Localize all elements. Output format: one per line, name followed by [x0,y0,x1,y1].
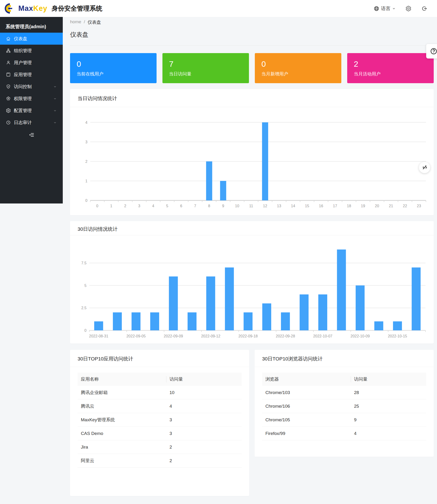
cell-value: 4 [166,404,242,409]
sidebar-item-label: 权限管理 [14,96,32,102]
x-axis-tick-label: 7 [194,204,196,208]
y-axis-tick-label: 2.5 [81,306,87,310]
table-row: Jira2 [78,440,242,454]
breadcrumb-home-link[interactable]: home [70,19,81,25]
x-axis-tick-label: 12 [263,204,267,208]
x-axis-tick-label: 18 [347,204,351,208]
cell-value: 2 [166,458,242,463]
column-header: 应用名称 [78,376,166,382]
table-row: Chrome/1059 [262,413,426,427]
x-axis-tick-label: 17 [333,204,337,208]
app-icon [6,72,11,77]
cell-value: 9 [351,417,426,422]
globe-icon [374,6,379,11]
y-axis-tick-label: 7.5 [81,261,87,265]
sidebar-item-permissions[interactable]: 权限管理 [0,93,63,105]
sidebar: 系统管理员(admin) 仪表盘组织管理用户管理应用管理访问控制权限管理配置管理… [0,17,63,204]
stat-value: 2 [354,59,427,69]
help-button[interactable] [426,44,437,58]
cell-name: Jira [78,445,166,450]
stat-label: 当月活动用户 [354,71,427,77]
column-header: 浏览器 [262,376,351,382]
sidebar-item-organization[interactable]: 组织管理 [0,45,63,57]
cell-name: 腾讯云 [78,403,166,409]
maxkey-logo-icon [4,2,16,15]
gear-icon [406,6,411,11]
permission-icon [6,96,11,101]
sidebar-item-audit[interactable]: 日志审计 [0,116,63,128]
sidebar-item-label: 访问控制 [14,84,32,90]
stat-card-new-users-month: 0当月新增用户 [255,53,341,83]
table-header-row: 应用名称访问量 [78,373,242,386]
y-axis-tick-label: 0 [84,329,87,332]
stat-label: 当月新增用户 [261,71,335,77]
shield-check-icon [6,84,11,89]
chevron-down-icon [53,97,57,100]
sidebar-item-label: 应用管理 [14,72,32,78]
clock-icon [6,120,11,125]
cell-value: 3 [166,431,242,436]
chart-title: 30日访问情况统计 [70,221,434,235]
permission-icon [6,96,11,101]
language-label: 语言 [381,5,390,12]
x-axis-tick-label: 2022-09-09 [164,334,183,338]
top-browsers-table-card: 30日TOP10浏览器访问统计 浏览器访问量Chrome/10328Chrome… [255,350,434,457]
x-axis-tick-label: 6 [180,204,182,208]
sidebar-item-access[interactable]: 访问控制 [0,81,63,93]
cell-name: CAS Demo [78,431,166,436]
menu-fold-icon [29,132,35,138]
theme-config-button[interactable] [419,162,430,173]
sidebar-item-config[interactable]: 配置管理 [0,105,63,116]
x-axis-tick-label: 21 [389,204,393,208]
language-switcher[interactable]: 语言 [374,5,396,12]
bar-item-7 [225,267,234,330]
sidebar-item-dashboard[interactable]: 仪表盘 [0,33,63,45]
top-browsers-table: 浏览器访问量Chrome/10328Chrome/10625Chrome/105… [262,373,426,440]
x-axis-tick-label: 9 [222,204,224,208]
bar-2022-09-05 [132,312,140,330]
menu-collapse-button[interactable] [0,132,63,139]
table-row: CAS Demo3 [78,427,242,440]
x-axis-tick-label: 2022-09-18 [238,334,258,338]
x-axis-tick-label: 2022-09-28 [276,334,295,338]
table-header-row: 浏览器访问量 [262,373,426,386]
cell-name: Chrome/103 [262,390,351,395]
sidebar-item-label: 用户管理 [14,60,32,66]
settings-button[interactable] [406,6,411,11]
cell-value: 25 [351,404,426,409]
sidebar-item-applications[interactable]: 应用管理 [0,69,63,81]
stat-value: 0 [261,59,335,69]
x-axis-tick-label: 3 [138,204,140,208]
user-icon [6,60,11,65]
cell-name: 阿里云 [78,458,166,464]
chart-title: 当日访问情况统计 [70,89,434,107]
main-content: home / 仪表盘 仪表盘 0当前在线用户7当日访问量0当月新增用户2当月活动… [63,17,437,496]
cell-value: 28 [351,390,426,395]
x-axis-tick-label: 8 [208,204,210,208]
x-axis-tick-label: 10 [235,204,239,208]
x-axis-tick-label: 16 [319,204,323,208]
shield-check-icon [6,84,11,89]
bar-12 [262,122,268,200]
x-axis-tick-label: 15 [305,204,309,208]
x-axis-tick-label: 22 [403,204,407,208]
cell-name: Chrome/105 [262,417,351,422]
bar-item-9 [262,303,271,330]
x-axis-tick-label: 2022-09-12 [201,334,220,338]
home-icon [6,36,11,41]
x-axis-tick-label: 2 [124,204,126,208]
home-icon [6,36,11,41]
bar-item-11 [300,294,309,330]
table-title: 30日TOP10应用访问统计 [70,350,249,367]
sidebar-item-users[interactable]: 用户管理 [0,57,63,69]
y-axis-tick-label: 0 [85,199,88,203]
x-axis-tick-label: 1 [110,204,112,208]
logout-button[interactable] [421,6,427,11]
breadcrumb-current: 仪表盘 [88,19,101,25]
bar-item-13 [337,250,346,330]
gear-icon [6,108,11,113]
table-row: 腾讯企业邮箱10 [78,386,242,399]
x-axis-tick-label: 20 [375,204,379,208]
header-actions: 语言 [374,5,427,12]
cell-name: Firefox/99 [262,431,351,436]
